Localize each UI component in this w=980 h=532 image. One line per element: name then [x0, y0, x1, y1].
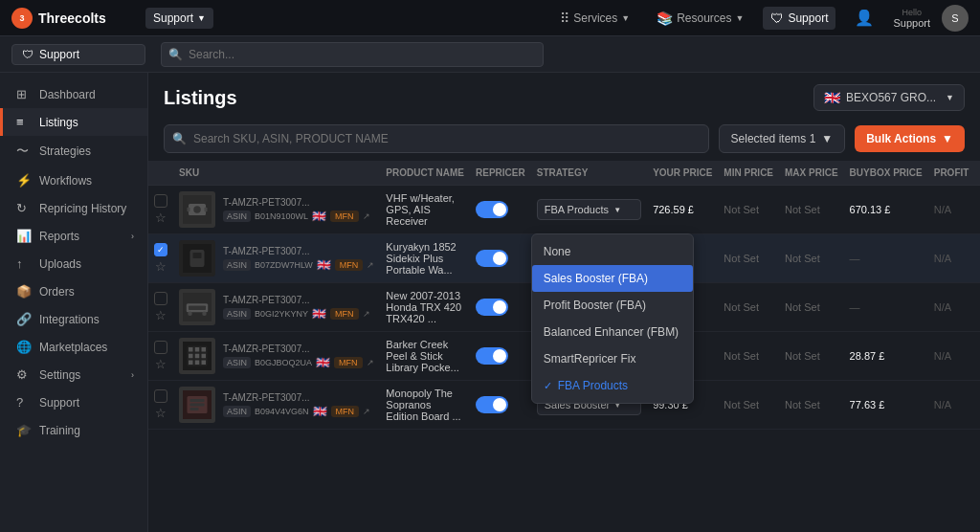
col-header-yourprice: YOUR PRICE	[647, 161, 718, 186]
row-name-cell: VHF w/Heater, GPS, AIS Receiver	[380, 186, 470, 234]
repricer-toggle[interactable]	[476, 250, 508, 267]
row-cost-cell: 47.66 £	[974, 283, 980, 332]
dropdown-item-salesbooster-fba[interactable]: Sales Booster (FBA)	[532, 265, 693, 292]
sidebar-item-label: Settings	[39, 368, 80, 382]
product-image	[179, 387, 215, 423]
star-icon[interactable]: ☆	[155, 406, 167, 420]
dropdown-item-balanced-fbm[interactable]: Balanced Enhancer (FBM)	[532, 319, 693, 345]
search-icon: 🔍	[168, 48, 183, 61]
star-icon[interactable]: ☆	[155, 308, 167, 322]
check-icon: ✓	[544, 380, 552, 392]
services-label: Services	[573, 11, 617, 25]
repricer-toggle[interactable]	[476, 347, 508, 365]
product-info: T-AMZR-PET3007... ASIN B01N9100WL 🇬🇧 MFN…	[223, 197, 374, 223]
external-link-icon[interactable]: ↗	[363, 407, 370, 416]
row-checkbox[interactable]	[154, 292, 167, 305]
bulk-actions-button[interactable]: Bulk Actions ▼	[855, 125, 965, 152]
support-help[interactable]: Hello Support	[893, 8, 930, 29]
asin-badge: ASIN	[223, 308, 251, 320]
nav-support-label: Support	[153, 11, 193, 25]
sidebar-item-strategies[interactable]: 〜 Strategies	[0, 136, 147, 166]
nav-support-right[interactable]: 🛡 Support	[763, 7, 835, 30]
asin-value: B01N9100WL	[255, 211, 308, 221]
row-checkbox[interactable]: ✓	[154, 243, 167, 256]
product-image	[179, 289, 215, 325]
sidebar-item-reports[interactable]: 📊 Reports ›	[0, 222, 147, 250]
sidebar-item-uploads[interactable]: ↑ Uploads	[0, 250, 147, 277]
chevron-down-icon: ▼	[942, 132, 953, 145]
dropdown-item-none[interactable]: None	[532, 238, 693, 265]
col-header-check	[148, 161, 173, 186]
row-checkbox[interactable]	[154, 341, 167, 354]
dropdown-item-profitbooster-fba[interactable]: Profit Booster (FBA)	[532, 292, 693, 319]
row-buybox-cell: 670.13 £	[844, 186, 928, 234]
sidebar-item-marketplaces[interactable]: 🌐 Marketplaces	[0, 333, 147, 361]
reports-icon: 📊	[16, 229, 32, 243]
nav-services[interactable]: ⠿ Services ▼	[552, 7, 637, 30]
selected-items-button[interactable]: Selected items 1 ▼	[719, 124, 846, 153]
training-icon: 🎓	[16, 423, 32, 437]
star-icon[interactable]: ☆	[155, 211, 167, 225]
mfn-badge: MFN	[331, 406, 360, 417]
sidebar-item-integrations[interactable]: 🔗 Integrations	[0, 305, 147, 333]
min-price: Not Set	[724, 399, 759, 410]
chevron-down-icon: ▼	[197, 13, 206, 23]
dropdown-item-fba-products[interactable]: ✓ FBA Products	[532, 372, 693, 399]
dropdown-item-smartrepricer[interactable]: SmartRepricer Fix	[532, 345, 693, 372]
asin-badge: ASIN	[223, 259, 251, 271]
sidebar-item-workflows[interactable]: ⚡ Workflows	[0, 166, 147, 194]
chevron-down-icon: ▼	[613, 206, 621, 214]
repricer-toggle[interactable]	[476, 396, 508, 413]
product-search-input[interactable]	[164, 124, 709, 153]
max-price: Not Set	[785, 204, 820, 215]
sidebar-item-label: Workflows	[39, 174, 92, 188]
max-price: Not Set	[785, 301, 820, 313]
sidebar-item-orders[interactable]: 📦 Orders	[0, 277, 147, 305]
sidebar-item-listings[interactable]: ≡ Listings	[0, 108, 147, 136]
nav-user-icon[interactable]: 👤	[847, 5, 881, 31]
product-info: T-AMZR-PET3007... ASIN B0GJBOQ2UA 🇬🇧 MFN…	[223, 344, 374, 369]
selected-items-label: Selected items 1	[731, 132, 816, 145]
external-link-icon[interactable]: ↗	[363, 211, 370, 221]
row-checkbox-cell: ☆	[148, 186, 173, 234]
row-checkbox[interactable]	[154, 389, 167, 403]
dropdown-item-label: Balanced Enhancer (FBM)	[544, 325, 679, 339]
external-link-icon[interactable]: ↗	[367, 260, 374, 270]
sidebar-item-training[interactable]: 🎓 Training	[0, 416, 147, 444]
repricer-toggle[interactable]	[476, 299, 508, 316]
marketplace-selector[interactable]: 🇬🇧 BEXO567 GRO... ▼	[813, 84, 965, 111]
svg-point-11	[188, 312, 192, 317]
row-maxprice-cell: Not Set	[779, 186, 844, 234]
row-profit-cell: N/A	[928, 381, 975, 430]
strategy-dropdown[interactable]: FBA Products ▼	[537, 199, 641, 220]
toolbar: 🔍 Selected items 1 ▼ Bulk Actions ▼	[148, 119, 980, 161]
nav-support[interactable]: Support ▼	[145, 8, 213, 29]
svg-rect-27	[190, 404, 205, 407]
svg-rect-4	[205, 208, 208, 212]
marketplace-name: BEXO567 GRO...	[846, 91, 936, 104]
repricer-toggle[interactable]	[476, 201, 508, 218]
svg-point-2	[193, 206, 201, 213]
star-icon[interactable]: ☆	[155, 357, 167, 371]
row-checkbox[interactable]	[154, 194, 167, 208]
row-profit-cell: N/A	[928, 186, 975, 234]
col-header-cost: COST	[974, 161, 980, 186]
external-link-icon[interactable]: ↗	[367, 358, 374, 367]
app-name: Threecolts	[38, 11, 106, 26]
product-name: Monopoly The Sopranos Edition Board ...	[386, 388, 460, 422]
breadcrumb[interactable]: 🛡 Support	[11, 44, 145, 65]
flag-icon: 🇬🇧	[313, 405, 327, 418]
star-icon[interactable]: ☆	[155, 259, 167, 274]
external-link-icon[interactable]: ↗	[363, 309, 370, 319]
strategy-dropdown-menu: None Sales Booster (FBA) Profit Booster …	[531, 233, 694, 404]
user-avatar[interactable]: S	[942, 5, 969, 32]
buybox-price: 670.13 £	[850, 204, 891, 215]
app-logo[interactable]: 3 Threecolts	[11, 8, 126, 29]
sidebar-item-repricing[interactable]: ↻ Repricing History	[0, 194, 147, 222]
sidebar-item-settings[interactable]: ⚙ Settings ›	[0, 361, 147, 388]
second-nav-search-input[interactable]	[161, 42, 544, 67]
sidebar-item-dashboard[interactable]: ⊞ Dashboard	[0, 80, 147, 108]
sidebar-item-label: Integrations	[39, 313, 100, 326]
sidebar-item-support[interactable]: ? Support	[0, 388, 147, 416]
nav-resources[interactable]: 📚 Resources ▼	[649, 7, 751, 30]
